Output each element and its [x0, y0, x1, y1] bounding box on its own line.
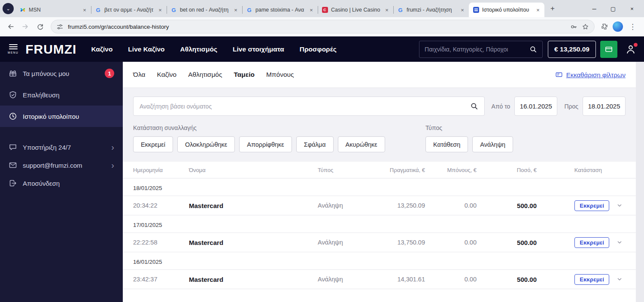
window-close-button[interactable]: ×	[623, 0, 641, 17]
tab-close-icon[interactable]: ×	[459, 6, 466, 13]
sidebar-item-balance-history[interactable]: Ιστορικό υπολοίπου	[0, 106, 123, 127]
tab-close-icon[interactable]: ×	[535, 6, 541, 13]
window-maximize-button[interactable]: ▢	[604, 0, 623, 17]
tab-cashier[interactable]: Ταμείο	[234, 71, 254, 79]
extensions-puzzle-icon[interactable]	[601, 23, 608, 30]
status-completed-button[interactable]: Ολοκληρώθηκε	[177, 136, 235, 152]
reload-button[interactable]	[33, 20, 46, 33]
filter-panel: Από το Προς Κατάσταση συναλλαγής Εκκρεμε…	[123, 88, 636, 162]
tab-casino[interactable]: Καζίνο	[157, 71, 176, 79]
password-key-icon[interactable]	[570, 23, 577, 30]
site-search[interactable]	[419, 41, 543, 58]
window-minimize-button[interactable]: ─	[585, 0, 604, 17]
menu-button[interactable]: MENU	[8, 44, 18, 54]
tab-sports[interactable]: Αθλητισμός	[188, 71, 222, 79]
deposit-button[interactable]	[600, 41, 617, 58]
status-badge: Εκκρεμεί	[574, 200, 609, 211]
col-header-status: Κατάσταση	[537, 167, 626, 173]
bonus-count-badge: 1	[105, 69, 114, 78]
status-pending-button[interactable]: Εκκρεμεί	[133, 136, 173, 152]
nav-item-casino[interactable]: Καζίνο	[91, 45, 112, 53]
status-cancelled-button[interactable]: Ακυρώθηκε	[338, 136, 385, 152]
tab-close-icon[interactable]: ×	[232, 6, 239, 13]
site-settings-icon[interactable]	[56, 23, 64, 30]
browser-menu-icon[interactable]: ⋮	[627, 22, 638, 31]
tab-search-button[interactable]: ⌄	[3, 3, 14, 14]
status-rejected-button[interactable]: Απορρίφθηκε	[239, 136, 292, 152]
back-button[interactable]	[4, 20, 17, 33]
browser-profile-avatar[interactable]	[613, 21, 623, 32]
tab-all[interactable]: Όλα	[133, 71, 145, 79]
site-logo[interactable]: FRUMZI	[25, 42, 76, 57]
new-tab-button[interactable]: +	[547, 3, 558, 14]
tab-close-icon[interactable]: ×	[157, 6, 164, 13]
sidebar-item-bonuses[interactable]: Τα μπόνους μου 1	[0, 63, 123, 84]
chevron-down-icon[interactable]	[616, 202, 623, 209]
sidebar-item-label: Επαλήθευση	[23, 91, 60, 99]
browser-tab-casino[interactable]: C Casino | Live Casino | ×	[318, 3, 393, 17]
date-to-input[interactable]	[583, 97, 626, 116]
cell-real: 13,750.09	[382, 239, 425, 246]
forward-arrow-icon	[21, 23, 29, 30]
forward-button[interactable]	[19, 20, 32, 33]
type-deposit-button[interactable]: Κατάθεση	[425, 136, 468, 152]
browser-tab-search-3[interactable]: G pame stoixima - Ανα ×	[242, 3, 318, 17]
chevron-down-icon[interactable]	[616, 276, 623, 283]
status-error-button[interactable]: Σφάλμα	[296, 136, 334, 152]
bookmark-star-icon[interactable]	[582, 23, 589, 30]
cell-name: Mastercard	[189, 202, 318, 209]
tab-bonus[interactable]: Μπόνους	[266, 71, 294, 79]
cell-amount: 500.00	[477, 239, 537, 246]
sidebar-item-label: support@frumzi.com	[23, 162, 82, 169]
sidebar-item-email[interactable]: support@frumzi.com ›	[0, 156, 123, 174]
cell-type: Ανάληψη	[318, 202, 382, 209]
msn-butterfly-icon	[19, 7, 26, 13]
table-row[interactable]: 23:42:37 Mastercard Ανάληψη 14,301.61 0.…	[123, 269, 636, 289]
tab-title: MSN	[29, 7, 78, 13]
browser-tab-msn[interactable]: MSN ×	[15, 3, 91, 17]
name-search[interactable]	[133, 97, 485, 116]
col-header-type: Τύπος	[318, 167, 382, 173]
account-button[interactable]	[625, 44, 636, 55]
nav-item-sports[interactable]: Αθλητισμός	[180, 45, 218, 53]
type-filter-label: Τύπος	[425, 124, 513, 131]
chevron-down-icon[interactable]	[616, 239, 623, 246]
name-search-input[interactable]	[140, 103, 467, 110]
search-icon[interactable]	[529, 45, 537, 53]
tab-close-icon[interactable]: ×	[81, 6, 88, 13]
google-g-icon: G	[95, 7, 101, 13]
cell-status: Εκκρεμεί	[537, 274, 626, 285]
nav-item-promotions[interactable]: Προσφορές	[300, 45, 337, 53]
sidebar-item-logout[interactable]: Αποσύνδεση	[0, 174, 123, 192]
cell-time: 22:22:58	[133, 239, 189, 246]
search-icon[interactable]	[470, 102, 478, 110]
type-withdrawal-button[interactable]: Ανάληψη	[472, 136, 513, 152]
site-search-input[interactable]	[425, 46, 526, 53]
status-filter-group: Κατάσταση συναλλαγής Εκκρεμεί Ολοκληρώθη…	[133, 124, 425, 152]
address-bar[interactable]: frumzi5.com/gr/account/balance-history	[51, 20, 595, 33]
balance-display[interactable]: € 13,250.09	[548, 41, 596, 58]
site-header: MENU FRUMZI Καζίνο Live Καζίνο Αθλητισμό…	[0, 36, 644, 62]
col-header-real: Πραγματικά, €	[382, 167, 425, 173]
table-row[interactable]: 22:22:58 Mastercard Ανάληψη 13,750.09 0.…	[123, 233, 636, 252]
cell-name: Mastercard	[189, 239, 318, 246]
table-row[interactable]: 20:34:22 Mastercard Ανάληψη 13,250.09 0.…	[123, 196, 636, 215]
browser-tab-search-1[interactable]: G βετ ον αρμε - Αναζήτ ×	[91, 3, 167, 17]
tab-close-icon[interactable]: ×	[308, 6, 315, 13]
nav-item-live-casino[interactable]: Live Καζίνο	[128, 45, 164, 53]
tab-close-icon[interactable]: ×	[383, 6, 390, 13]
tab-title: βετ ον αρμε - Αναζήτ	[104, 7, 154, 13]
browser-tab-active[interactable]: Ιστορικό υπολοίπου ×	[469, 3, 544, 17]
clear-filters-link[interactable]: Εκκαθάριση φίλτρων	[555, 71, 626, 79]
browser-tab-search-2[interactable]: G bet on red - Αναζήτη ×	[167, 3, 242, 17]
browser-tab-search-4[interactable]: G frumzi - Αναζήτηση ×	[393, 3, 469, 17]
sidebar-item-support[interactable]: Υποστήριξη 24/7 ›	[0, 138, 123, 156]
nav-item-live-bets[interactable]: Live στοιχήματα	[233, 45, 284, 53]
date-from-input[interactable]	[514, 97, 557, 116]
cell-real: 13,250.09	[382, 202, 425, 209]
sidebar-item-verification[interactable]: Επαλήθευση	[0, 84, 123, 106]
google-g-icon: G	[397, 7, 404, 13]
clear-filters-icon	[555, 71, 563, 79]
table-header-row: Ημερομηνία Όνομα Τύπος Πραγματικά, € Μπό…	[123, 162, 636, 178]
back-arrow-icon	[7, 23, 15, 30]
